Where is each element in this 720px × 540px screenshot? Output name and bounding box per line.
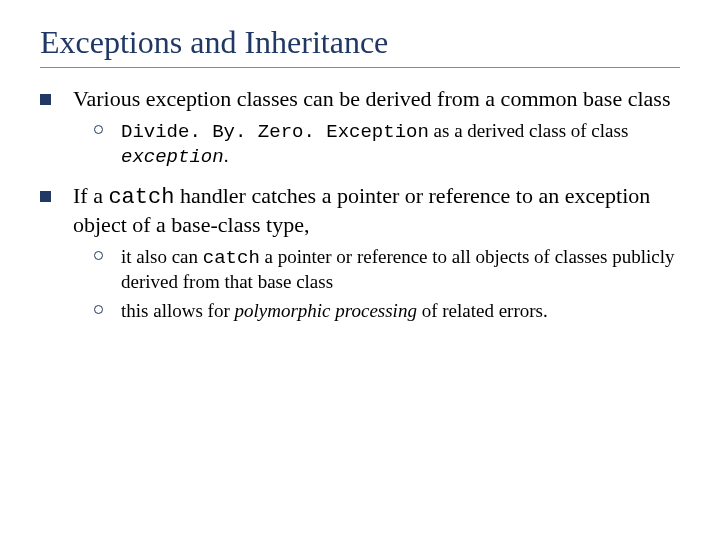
bullet-2: If a catch handler catches a pointer or … xyxy=(40,183,680,239)
bullet-1-subs: Divide. By. Zero. Exception as a derived… xyxy=(94,119,680,170)
title-rule xyxy=(40,67,680,68)
bullet-2-sub-1-text: it also can catch a pointer or reference… xyxy=(121,245,680,295)
circle-bullet-icon xyxy=(94,125,103,134)
plain-text: of related errors. xyxy=(417,300,548,321)
bullet-1: Various exception classes can be derived… xyxy=(40,86,680,113)
bullet-2-subs: it also can catch a pointer or reference… xyxy=(94,245,680,323)
circle-bullet-icon xyxy=(94,305,103,314)
plain-text: . xyxy=(224,145,229,166)
bullet-2-sub-2-text: this allows for polymorphic processing o… xyxy=(121,299,680,323)
circle-bullet-icon xyxy=(94,251,103,260)
slide-body: Various exception classes can be derived… xyxy=(40,86,680,323)
code-italic-text: exception xyxy=(121,146,224,168)
plain-text: If a xyxy=(73,183,108,208)
bullet-2-text: If a catch handler catches a pointer or … xyxy=(73,183,680,239)
code-text: Divide. By. Zero. Exception xyxy=(121,121,429,143)
plain-text: this allows for xyxy=(121,300,234,321)
plain-text: as a derived class of class xyxy=(429,120,628,141)
plain-text: it also can xyxy=(121,246,203,267)
bullet-2-sub-2: this allows for polymorphic processing o… xyxy=(94,299,680,323)
italic-text: polymorphic processing xyxy=(234,300,416,321)
bullet-2-sub-1: it also can catch a pointer or reference… xyxy=(94,245,680,295)
bullet-1-sub-1: Divide. By. Zero. Exception as a derived… xyxy=(94,119,680,170)
square-bullet-icon xyxy=(40,94,51,105)
square-bullet-icon xyxy=(40,191,51,202)
code-text: catch xyxy=(108,185,174,210)
bullet-1-sub-1-text: Divide. By. Zero. Exception as a derived… xyxy=(121,119,680,170)
code-text: catch xyxy=(203,247,260,269)
bullet-1-text: Various exception classes can be derived… xyxy=(73,86,680,113)
slide: Exceptions and Inheritance Various excep… xyxy=(0,0,720,540)
slide-title: Exceptions and Inheritance xyxy=(40,24,680,61)
